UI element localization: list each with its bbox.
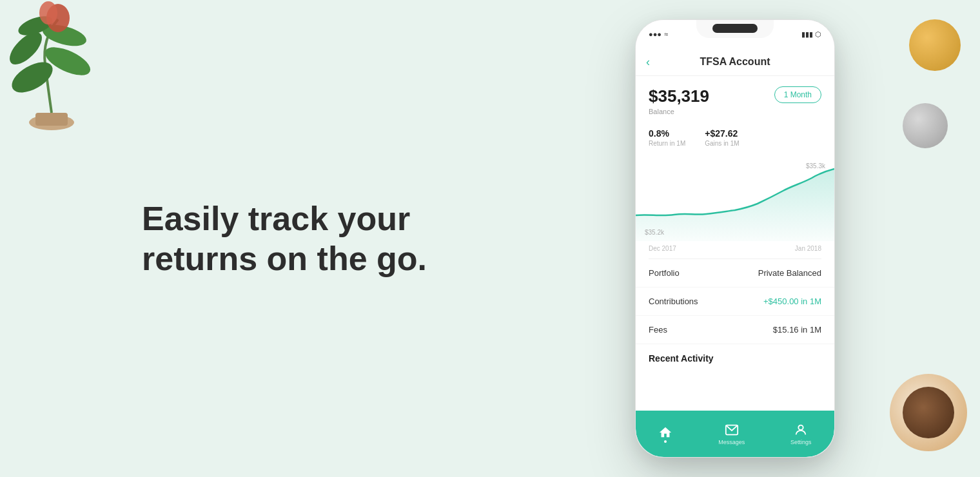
settings-icon bbox=[794, 423, 808, 437]
nav-settings[interactable]: Settings bbox=[790, 423, 812, 445]
portfolio-value: Private Balanced bbox=[758, 268, 821, 278]
chart-top-label: $35.3k bbox=[806, 162, 825, 170]
battery-icon: ▮▮▮ ⬡ bbox=[801, 30, 821, 39]
chart-x-label-left: Dec 2017 bbox=[649, 245, 676, 252]
phone-mockup: ●●● ≈ ▮▮▮ ⬡ ‹ TFSA Account $35,319 Balan… bbox=[632, 13, 838, 464]
home-icon bbox=[658, 425, 672, 440]
contributions-row: Contributions +$450.00 in 1M bbox=[636, 287, 834, 316]
coin-gold-decoration bbox=[909, 19, 961, 71]
tagline-line1: Easily track your bbox=[142, 200, 410, 237]
status-left: ●●● ≈ bbox=[649, 30, 668, 38]
stat-return: 0.8% Return in 1M bbox=[649, 128, 685, 147]
phone-notch bbox=[696, 20, 774, 38]
portfolio-label: Portfolio bbox=[649, 268, 680, 278]
stat-return-value: 0.8% bbox=[649, 128, 685, 139]
contributions-label: Contributions bbox=[649, 297, 698, 306]
plant-decoration bbox=[0, 0, 129, 142]
chart-svg bbox=[636, 157, 834, 241]
chart-bottom-left-label: $35.2k bbox=[645, 229, 664, 236]
svg-rect-1 bbox=[35, 113, 68, 126]
chart-area: $35.3k $35.2k bbox=[636, 157, 834, 241]
notch-inner bbox=[712, 24, 758, 33]
recent-activity-header: Recent Activity bbox=[636, 344, 834, 369]
stat-gains-label: Gains in 1M bbox=[705, 140, 739, 147]
account-title: TFSA Account bbox=[700, 56, 770, 68]
tagline-line2: returns on the go. bbox=[142, 240, 427, 277]
status-right: ▮▮▮ ⬡ bbox=[801, 30, 821, 39]
coffee-cup-decoration bbox=[890, 374, 967, 451]
fees-value: $15.16 in 1M bbox=[773, 325, 821, 335]
contributions-value: +$450.00 in 1M bbox=[763, 297, 821, 306]
app-header: ‹ TFSA Account bbox=[636, 48, 834, 76]
portfolio-row: Portfolio Private Balanced bbox=[636, 259, 834, 287]
stat-return-label: Return in 1M bbox=[649, 140, 685, 147]
back-button[interactable]: ‹ bbox=[646, 56, 650, 68]
stat-gains-value: +$27.62 bbox=[705, 128, 739, 139]
stats-row: 0.8% Return in 1M +$27.62 Gains in 1M bbox=[636, 123, 834, 157]
tagline: Easily track your returns on the go. bbox=[142, 199, 427, 279]
signal-icon: ●●● bbox=[649, 30, 662, 38]
period-button[interactable]: 1 Month bbox=[774, 86, 821, 103]
balance-label: Balance bbox=[649, 108, 709, 115]
svg-point-8 bbox=[39, 1, 57, 24]
nav-home-dot bbox=[664, 440, 667, 443]
nav-home[interactable] bbox=[658, 425, 672, 443]
fees-label: Fees bbox=[649, 325, 667, 335]
balance-section: $35,319 Balance 1 Month bbox=[636, 76, 834, 123]
nav-messages[interactable]: Messages bbox=[718, 423, 745, 445]
svg-point-10 bbox=[799, 425, 803, 429]
wifi-icon: ≈ bbox=[664, 30, 668, 38]
chart-x-label-right: Jan 2018 bbox=[795, 245, 821, 252]
stat-gains: +$27.62 Gains in 1M bbox=[705, 128, 739, 147]
balance-amount: $35,319 bbox=[649, 86, 709, 106]
fees-row: Fees $15.16 in 1M bbox=[636, 316, 834, 344]
bottom-nav: Messages Settings bbox=[636, 411, 834, 457]
nav-settings-label: Settings bbox=[790, 439, 812, 445]
messages-icon bbox=[725, 423, 739, 437]
app-content: ‹ TFSA Account $35,319 Balance 1 Month 0… bbox=[636, 48, 834, 411]
nav-messages-label: Messages bbox=[718, 439, 745, 445]
balance-info: $35,319 Balance bbox=[649, 86, 709, 115]
coin-silver-decoration bbox=[903, 103, 948, 148]
phone: ●●● ≈ ▮▮▮ ⬡ ‹ TFSA Account $35,319 Balan… bbox=[635, 19, 835, 458]
chart-x-labels: Dec 2017 Jan 2018 bbox=[636, 241, 834, 258]
